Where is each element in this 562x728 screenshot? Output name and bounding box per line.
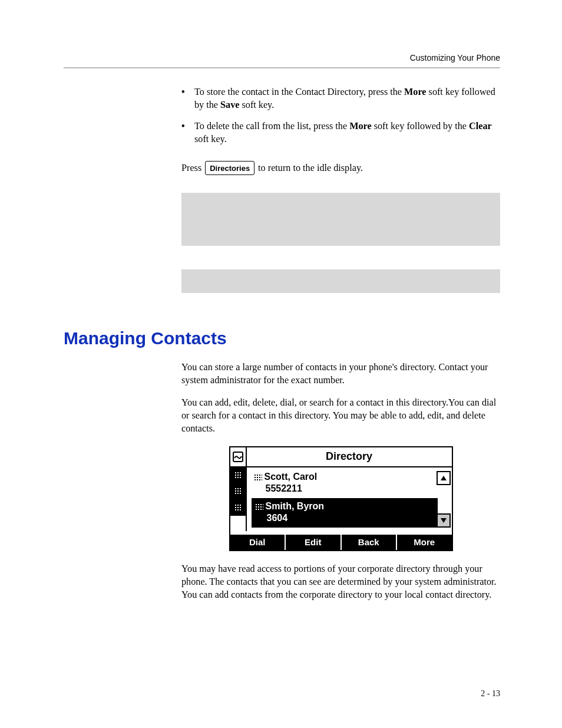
- bullet-item: • To store the contact in the Contact Di…: [181, 86, 500, 112]
- contact-icon: [255, 503, 263, 510]
- note-placeholder: [181, 193, 500, 246]
- bullet-dot-icon: •: [181, 120, 194, 146]
- softkey-edit[interactable]: Edit: [286, 535, 342, 550]
- contact-entry[interactable]: Scott, Carol 5552211: [252, 470, 438, 497]
- phone-status-icon: [230, 447, 247, 466]
- contact-number: 5552211: [254, 483, 435, 495]
- bullet-text: To store the contact in the Contact Dire…: [194, 86, 500, 112]
- softkey-more[interactable]: More: [397, 535, 452, 550]
- contact-icon: [254, 474, 262, 481]
- body-paragraph: You may have read access to portions of …: [181, 563, 500, 602]
- header-rule: [64, 67, 500, 68]
- bullet-item: • To delete the call from the list, pres…: [181, 120, 500, 146]
- contact-entry-selected[interactable]: Smith, Byron 3604: [252, 498, 438, 528]
- note-placeholder: [181, 269, 500, 293]
- bullet-text: To delete the call from the list, press …: [194, 120, 500, 146]
- press-instruction: Press Directories to return to the idle …: [181, 161, 500, 175]
- contact-number: 3604: [255, 512, 434, 524]
- bullet-dot-icon: •: [181, 86, 194, 112]
- phone-screen-figure: Directory Scott, Carol 5552211: [229, 446, 453, 551]
- scroll-down-icon[interactable]: [437, 513, 451, 528]
- section-heading: Managing Contacts: [64, 328, 500, 348]
- page-number: 2 - 13: [481, 689, 500, 699]
- directories-button[interactable]: Directories: [205, 161, 254, 175]
- phone-screen-title: Directory: [247, 447, 452, 466]
- body-paragraph: You can add, edit, delete, dial, or sear…: [181, 397, 500, 436]
- body-paragraph: You can store a large number of contacts…: [181, 361, 500, 387]
- phone-line-icons: [230, 467, 247, 531]
- softkey-dial[interactable]: Dial: [230, 535, 286, 550]
- scroll-up-icon[interactable]: [437, 471, 451, 485]
- page-header: Customizing Your Phone: [64, 53, 500, 62]
- softkey-back[interactable]: Back: [342, 535, 398, 550]
